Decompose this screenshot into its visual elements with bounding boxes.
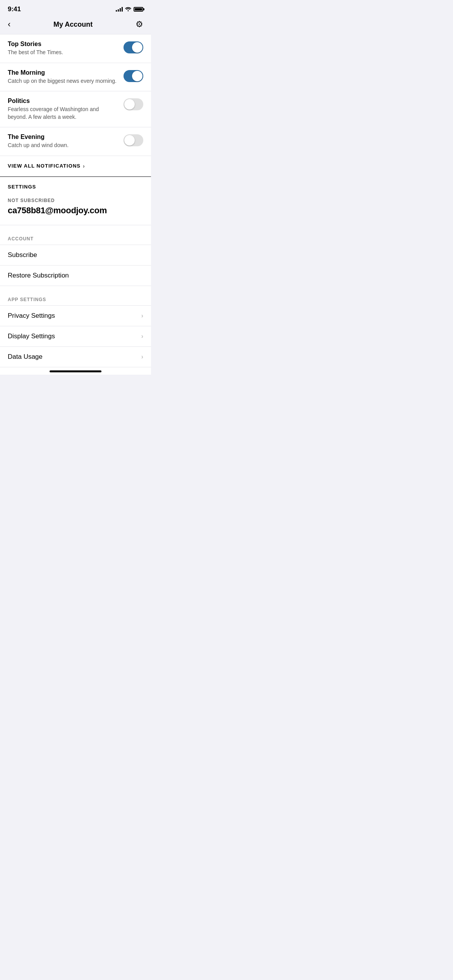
gear-icon[interactable]: ⚙ <box>136 19 143 29</box>
toggle-knob <box>132 71 142 81</box>
data-usage-item[interactable]: Data Usage › <box>0 347 151 367</box>
notification-title-top-stories: Top Stories <box>8 41 117 48</box>
account-section: ACCOUNT Subscribe Restore Subscription <box>0 236 151 286</box>
view-all-label: VIEW ALL NOTIFICATIONS <box>8 163 81 169</box>
notification-title-the-morning: The Morning <box>8 69 117 76</box>
toggle-politics[interactable] <box>124 98 143 110</box>
notification-item-the-evening: The Evening Catch up and wind down. <box>0 127 151 156</box>
account-status: NOT SUBSCRIBED <box>8 198 143 203</box>
notification-text: Top Stories The best of The Times. <box>8 41 124 57</box>
notification-text: Politics Fearless coverage of Washington… <box>8 98 124 121</box>
wifi-icon <box>125 7 131 12</box>
status-icons <box>116 7 143 12</box>
display-settings-item[interactable]: Display Settings › <box>0 326 151 347</box>
restore-subscription-label: Restore Subscription <box>8 272 69 279</box>
account-email: ca758b81@moodjoy.com <box>8 206 143 216</box>
status-bar: 9:41 <box>0 0 151 16</box>
app-settings-items: Privacy Settings › Display Settings › Da… <box>0 305 151 367</box>
nav-header: ‹ My Account ⚙ <box>0 16 151 34</box>
chevron-right-icon: › <box>141 353 143 360</box>
notification-text: The Morning Catch up on the biggest news… <box>8 69 124 85</box>
chevron-right-icon: › <box>141 333 143 340</box>
account-section-label: ACCOUNT <box>0 236 151 245</box>
chevron-right-icon: › <box>83 163 85 169</box>
notification-item-top-stories: Top Stories The best of The Times. <box>0 34 151 63</box>
notification-title-the-evening: The Evening <box>8 134 117 140</box>
toggle-top-stories[interactable] <box>124 41 143 53</box>
toggle-knob <box>124 99 135 110</box>
signal-icon <box>116 7 123 12</box>
main-content: Top Stories The best of The Times. The M… <box>0 34 151 375</box>
subscribe-item[interactable]: Subscribe <box>0 245 151 266</box>
status-time: 9:41 <box>8 5 21 13</box>
privacy-settings-item[interactable]: Privacy Settings › <box>0 306 151 326</box>
settings-section-header: SETTINGS <box>0 177 151 193</box>
notification-text: The Evening Catch up and wind down. <box>8 134 124 149</box>
display-settings-label: Display Settings <box>8 332 55 340</box>
app-settings-section: APP SETTINGS Privacy Settings › Display … <box>0 297 151 367</box>
data-usage-label: Data Usage <box>8 353 43 361</box>
notification-title-politics: Politics <box>8 98 117 105</box>
notification-item-politics: Politics Fearless coverage of Washington… <box>0 91 151 127</box>
subscribe-label: Subscribe <box>8 251 37 259</box>
settings-label: SETTINGS <box>8 184 36 190</box>
notification-desc-the-evening: Catch up and wind down. <box>8 142 117 149</box>
back-button[interactable]: ‹ <box>8 20 10 29</box>
home-indicator <box>0 367 151 375</box>
chevron-right-icon: › <box>141 312 143 319</box>
restore-subscription-item[interactable]: Restore Subscription <box>0 266 151 286</box>
view-all-notifications-button[interactable]: VIEW ALL NOTIFICATIONS › <box>0 156 151 176</box>
account-info-block: NOT SUBSCRIBED ca758b81@moodjoy.com <box>0 193 151 225</box>
notification-item-the-morning: The Morning Catch up on the biggest news… <box>0 63 151 92</box>
account-items: Subscribe Restore Subscription <box>0 245 151 286</box>
page-title: My Account <box>53 21 93 29</box>
home-bar <box>50 370 101 372</box>
notification-desc-the-morning: Catch up on the biggest news every morni… <box>8 77 117 85</box>
notification-desc-top-stories: The best of The Times. <box>8 49 117 57</box>
toggle-the-evening[interactable] <box>124 134 143 146</box>
privacy-settings-label: Privacy Settings <box>8 312 55 320</box>
toggle-the-morning[interactable] <box>124 70 143 82</box>
app-settings-label: APP SETTINGS <box>0 297 151 305</box>
battery-icon <box>134 7 143 12</box>
toggle-knob <box>132 42 142 53</box>
notification-desc-politics: Fearless coverage of Washington and beyo… <box>8 106 117 121</box>
toggle-knob <box>124 135 135 146</box>
